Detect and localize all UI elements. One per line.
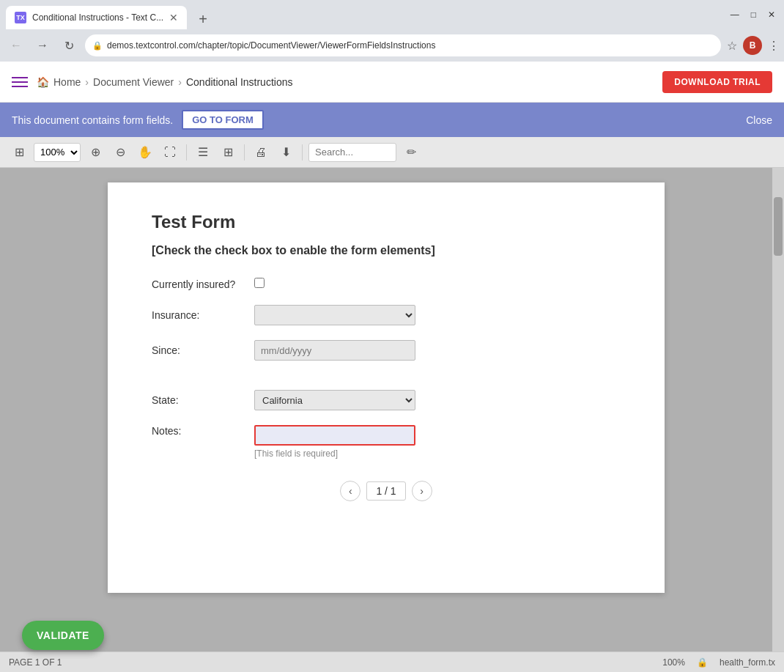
page-area[interactable]: Test Form [Check the check box to enable… [0,168,772,651]
status-bar: PAGE 1 OF 1 100% 🔒 health_form.tx [0,651,784,672]
control-since [254,340,415,361]
pagination: ‹ 1 / 1 › [152,481,621,501]
close-button[interactable]: ✕ [768,10,775,20]
select-state[interactable]: California [254,390,415,410]
form-title: Test Form [152,212,621,232]
panel-toggle-button[interactable]: ⊞ [9,142,29,163]
close-notification-button[interactable]: Close [746,114,772,126]
zoom-select[interactable]: 100% 75% 125% 150% [34,143,81,162]
forward-button[interactable]: → [32,35,53,56]
maximize-button[interactable]: □ [751,10,756,20]
checkbox-insured[interactable] [254,278,265,288]
goto-form-button[interactable]: GO TO FORM [182,110,264,130]
hamburger-menu[interactable] [12,77,28,87]
toolbar-separator-3 [302,144,303,160]
status-right: 100% 🔒 health_form.tx [662,657,775,668]
select-insurance[interactable] [254,305,415,325]
tab-title: Conditional Instructions - Text C... [32,12,163,23]
profile-button[interactable]: B [743,36,762,55]
bookmark-icon[interactable]: ☆ [727,39,737,53]
label-notes: Notes: [152,425,254,437]
label-insured: Currently insured? [152,278,254,290]
field-row-since: Since: [152,340,621,361]
breadcrumb-sep-2: › [178,76,182,88]
viewer-body: Test Form [Check the check box to enable… [0,168,784,651]
fit-page-button[interactable]: ⛶ [160,142,180,163]
label-insurance: Insurance: [152,309,254,321]
field-row-notes: Notes: [This field is required] [152,425,621,459]
annotation-button[interactable]: ✏ [401,142,421,163]
control-insurance [254,305,415,325]
required-message: [This field is required] [254,448,415,459]
field-row-insured: Currently insured? [152,278,621,290]
address-bar-row: ← → ↻ 🔒 demos.textcontrol.com/chapter/to… [0,29,784,62]
address-text: demos.textcontrol.com/chapter/topic/Docu… [107,40,435,51]
new-tab-button[interactable]: + [193,9,213,29]
input-since[interactable] [254,340,415,361]
breadcrumb: 🏠 Home › Document Viewer › Conditional I… [37,76,292,88]
breadcrumb-current: Conditional Instructions [186,76,293,88]
download-trial-button[interactable]: DOWNLOAD TRIAL [662,71,772,93]
toolbar-separator-1 [186,144,187,160]
form-notification-bar: This document contains form fields. GO T… [0,103,784,137]
single-page-button[interactable]: ☰ [193,142,213,163]
lock-icon: 🔒 [92,41,103,51]
active-tab[interactable]: TX Conditional Instructions - Text C... … [6,6,187,29]
field-row-insurance: Insurance: [152,305,621,325]
two-page-button[interactable]: ⊞ [218,142,238,163]
field-row-state: State: California [152,390,621,410]
menu-button[interactable]: ⋮ [768,39,778,53]
control-notes: [This field is required] [254,425,415,459]
breadcrumb-sep-1: › [85,76,89,88]
search-input[interactable] [308,143,396,162]
notification-text: This document contains form fields. [12,114,173,126]
prev-page-button[interactable]: ‹ [340,481,360,501]
input-notes[interactable] [254,425,415,446]
lock-status-icon: 🔒 [697,657,708,668]
zoom-out-button[interactable]: ⊖ [110,142,130,163]
scrollbar-thumb[interactable] [774,197,783,256]
label-state: State: [152,394,254,406]
zoom-level: 100% [662,657,685,668]
control-insured [254,278,415,290]
zoom-in-button[interactable]: ⊕ [85,142,106,163]
pan-button[interactable]: ✋ [135,142,155,163]
breadcrumb-document-viewer[interactable]: Document Viewer [93,76,174,88]
tab-close-icon[interactable]: ✕ [169,12,178,23]
viewer-wrapper: This document contains form fields. GO T… [0,103,784,672]
validate-button[interactable]: VALIDATE [22,621,104,650]
home-icon: 🏠 [37,76,49,88]
refresh-button[interactable]: ↻ [59,35,79,56]
minimize-button[interactable]: — [731,10,739,20]
breadcrumb-home[interactable]: Home [53,76,81,88]
scrollbar[interactable] [772,168,784,651]
form-subtitle: [Check the check box to enable the form … [152,244,621,257]
filename: health_form.tx [720,657,775,668]
download-button[interactable]: ⬇ [275,142,296,163]
app-bar: 🏠 Home › Document Viewer › Conditional I… [0,62,784,103]
tab-bar: TX Conditional Instructions - Text C... … [0,0,784,29]
page-count: PAGE 1 OF 1 [9,657,62,668]
toolbar-separator-2 [244,144,245,160]
back-button[interactable]: ← [6,35,26,56]
document-page: Test Form [Check the check box to enable… [108,182,665,593]
page-info: 1 / 1 [366,481,405,501]
address-bar[interactable]: 🔒 demos.textcontrol.com/chapter/topic/Do… [85,34,721,56]
tab-icon: TX [15,12,26,23]
label-since: Since: [152,344,254,356]
next-page-button[interactable]: › [412,481,432,501]
toolbar: ⊞ 100% 75% 125% 150% ⊕ ⊖ ✋ ⛶ ☰ ⊞ 🖨 ⬇ ✏ [0,137,784,168]
control-state: California [254,390,415,410]
window-controls: — □ ✕ [722,0,784,29]
print-button[interactable]: 🖨 [251,142,271,163]
